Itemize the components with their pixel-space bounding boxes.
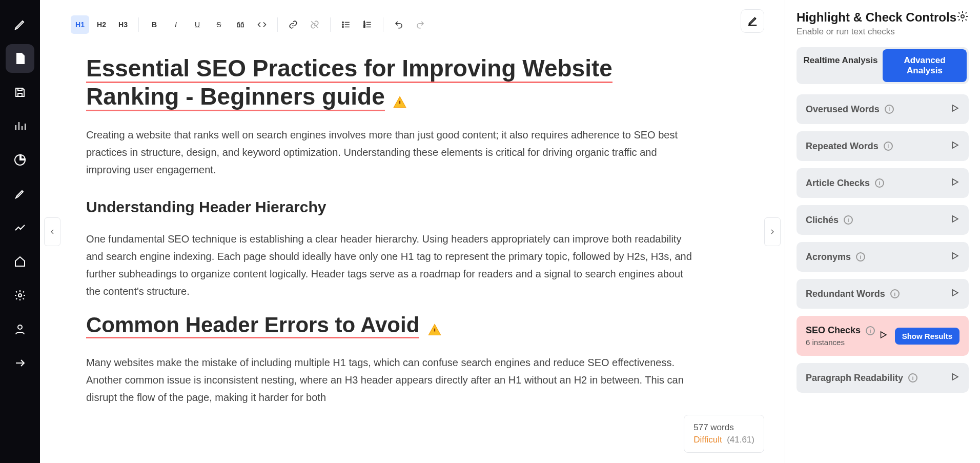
strike-button[interactable]: S (210, 15, 228, 34)
highlighter-icon (14, 188, 26, 200)
run-check-button[interactable] (950, 214, 959, 226)
readability-score: Difficult (41.61) (693, 435, 754, 445)
check-seo[interactable]: SEO Checksi 6 instances Show Results (797, 316, 969, 356)
svg-point-4 (342, 26, 343, 27)
seo-instances: 6 instances (806, 338, 875, 347)
bullet-list-button[interactable] (337, 15, 355, 34)
heading-errors[interactable]: Common Header Errors to Avoid (86, 313, 419, 338)
info-icon: i (885, 105, 894, 114)
number-list-icon: 123 (363, 20, 372, 29)
quote-icon (236, 20, 245, 29)
check-cliches[interactable]: Clichési (797, 205, 969, 235)
paragraph-2[interactable]: One fundamental SEO technique is establi… (86, 230, 698, 300)
play-icon (950, 372, 959, 381)
code-icon (257, 20, 267, 29)
document-content[interactable]: Essential SEO Practices for Improving We… (60, 39, 764, 439)
pie-chart-icon (14, 154, 26, 166)
run-check-button[interactable] (950, 372, 959, 384)
italic-button[interactable]: I (167, 15, 185, 34)
run-check-button[interactable] (950, 140, 959, 152)
code-button[interactable] (253, 15, 271, 34)
chevron-left-icon (48, 228, 56, 236)
show-results-button[interactable]: Show Results (895, 328, 959, 345)
stats-box: 577 words Difficult (41.61) (684, 415, 764, 453)
info-icon: i (875, 178, 884, 188)
play-icon (950, 288, 959, 297)
main-area: H1 H2 H3 B I U S 123 Essential SEO Pra (40, 0, 980, 463)
sidebar-save[interactable] (6, 78, 34, 107)
info-icon: i (908, 373, 917, 383)
warning-icon (393, 95, 407, 109)
run-check-button[interactable] (950, 177, 959, 189)
analysis-tabs: Realtime Analysis Advanced Analysis (797, 47, 969, 84)
panel-subtitle: Enable or run text checks (797, 27, 956, 37)
pencil-line-icon (747, 15, 758, 27)
quote-button[interactable] (231, 15, 250, 34)
sidebar-expand[interactable] (6, 349, 34, 377)
bar-chart-icon (14, 120, 26, 132)
h2-button[interactable]: H2 (92, 15, 111, 34)
paragraph-3[interactable]: Many websites make the mistake of includ… (86, 354, 698, 406)
play-icon (950, 251, 959, 260)
document-title[interactable]: Essential SEO Practices for Improving We… (86, 55, 612, 111)
word-count: 577 words (693, 422, 754, 433)
play-icon (950, 104, 959, 113)
unlink-button[interactable] (305, 15, 324, 34)
trend-icon (14, 222, 26, 234)
left-sidebar (0, 0, 40, 463)
tab-advanced[interactable]: Advanced Analysis (883, 49, 967, 82)
check-readability[interactable]: Paragraph Readabilityi (797, 363, 969, 393)
svg-point-2 (342, 22, 343, 23)
link-icon (289, 20, 298, 29)
run-check-button[interactable] (950, 288, 959, 299)
run-check-button[interactable] (950, 251, 959, 263)
h3-button[interactable]: H3 (114, 15, 132, 34)
link-button[interactable] (284, 15, 302, 34)
sidebar-home[interactable] (6, 247, 34, 276)
panel-settings-button[interactable] (956, 10, 969, 23)
info-icon: i (890, 289, 900, 298)
info-icon: i (866, 326, 875, 335)
bullet-list-icon (341, 20, 351, 29)
check-acronyms[interactable]: Acronymsi (797, 242, 969, 272)
next-page-button[interactable] (764, 217, 781, 246)
svg-text:3: 3 (364, 25, 365, 28)
underline-button[interactable]: U (188, 15, 207, 34)
user-icon (14, 323, 26, 335)
run-check-button[interactable] (950, 104, 959, 115)
undo-icon (394, 20, 403, 29)
sidebar-profile[interactable] (6, 315, 34, 344)
svg-point-8 (961, 15, 964, 18)
play-icon (879, 330, 888, 339)
undo-button[interactable] (390, 15, 408, 34)
save-icon (14, 86, 26, 98)
sidebar-settings[interactable] (6, 281, 34, 310)
sidebar-trend[interactable] (6, 213, 34, 242)
check-repeated[interactable]: Repeated Wordsi (797, 131, 969, 161)
paragraph-1[interactable]: Creating a website that ranks well on se… (86, 126, 698, 178)
check-article[interactable]: Article Checksi (797, 168, 969, 198)
sidebar-edit[interactable] (6, 10, 34, 39)
edit-mode-button[interactable] (741, 9, 764, 33)
sidebar-highlight[interactable] (6, 179, 34, 208)
check-overused[interactable]: Overused Wordsi (797, 94, 969, 124)
redo-button[interactable] (411, 15, 430, 34)
prev-page-button[interactable] (44, 217, 60, 246)
play-icon (950, 177, 959, 187)
home-icon (14, 255, 26, 268)
run-check-button[interactable] (879, 330, 888, 341)
heading-hierarchy[interactable]: Understanding Header Hierarchy (86, 194, 698, 220)
tab-realtime[interactable]: Realtime Analysis (799, 49, 883, 82)
number-list-button[interactable]: 123 (358, 15, 377, 34)
svg-point-0 (18, 294, 22, 297)
right-panel: Highlight & Check Controls Enable or run… (785, 0, 980, 463)
check-redundant[interactable]: Redundant Wordsi (797, 279, 969, 309)
sidebar-stats[interactable] (6, 112, 34, 140)
bold-button[interactable]: B (145, 15, 164, 34)
arrow-right-icon (14, 357, 26, 369)
gear-icon (956, 10, 969, 23)
sidebar-document[interactable] (6, 44, 34, 73)
svg-point-1 (18, 325, 22, 329)
h1-button[interactable]: H1 (71, 15, 89, 34)
sidebar-pie[interactable] (6, 146, 34, 174)
